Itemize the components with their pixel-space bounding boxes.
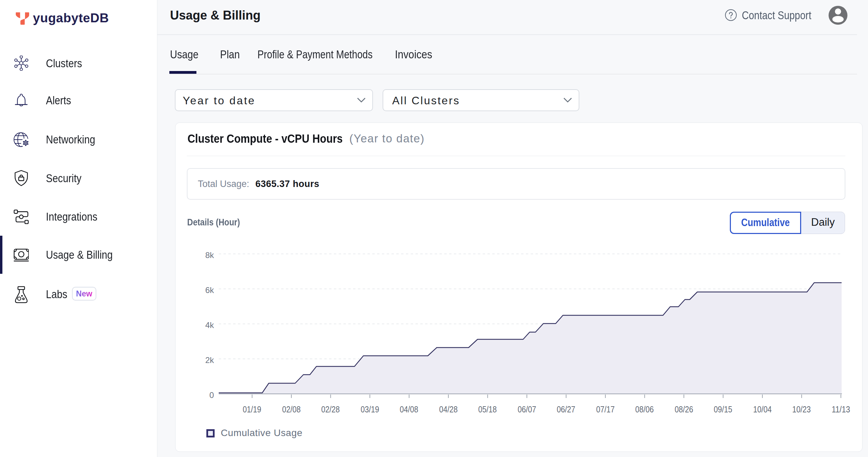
svg-text:04/08: 04/08	[400, 405, 418, 414]
svg-text:6k: 6k	[205, 285, 214, 295]
svg-text:8k: 8k	[205, 250, 214, 260]
svg-text:08/06: 08/06	[635, 405, 654, 414]
svg-text:04/28: 04/28	[439, 405, 458, 414]
svg-text:06/27: 06/27	[557, 405, 575, 414]
svg-text:05/18: 05/18	[478, 405, 497, 414]
svg-text:4k: 4k	[205, 320, 214, 330]
svg-text:08/26: 08/26	[675, 405, 693, 414]
svg-text:0: 0	[209, 390, 214, 400]
svg-text:10/23: 10/23	[792, 405, 811, 414]
svg-text:06/07: 06/07	[518, 405, 536, 414]
svg-text:07/17: 07/17	[596, 405, 615, 414]
svg-text:09/15: 09/15	[714, 405, 732, 414]
svg-text:10/04: 10/04	[753, 405, 772, 414]
svg-text:11/13: 11/13	[832, 405, 850, 414]
svg-text:02/08: 02/08	[282, 405, 301, 414]
svg-text:2k: 2k	[205, 355, 214, 365]
svg-text:02/28: 02/28	[321, 405, 340, 414]
svg-text:01/19: 01/19	[243, 405, 261, 414]
svg-text:03/19: 03/19	[361, 405, 379, 414]
